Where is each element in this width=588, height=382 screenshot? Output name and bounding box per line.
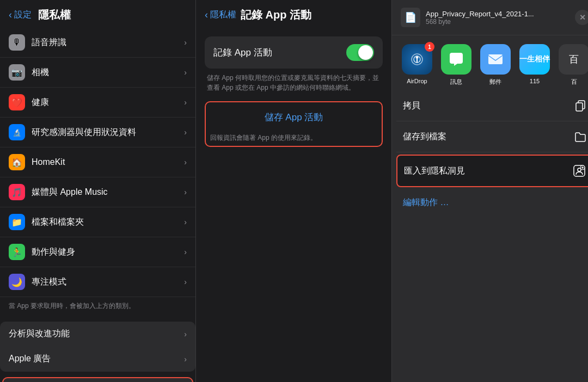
left-title: 隱私權 (38, 8, 71, 22)
nav-item-record-app[interactable]: 記錄 App 活動 › (2, 377, 193, 382)
nav-label-ads: Apple 廣告 (9, 353, 184, 365)
svg-rect-6 (576, 103, 583, 111)
chevron-files: › (184, 218, 187, 226)
airdrop-badge: 1 (425, 42, 434, 52)
chevron-media: › (184, 188, 187, 196)
nav-section: 分析與改進功能 › Apple 廣告 › (0, 322, 195, 372)
edit-actions[interactable]: 編輯動作 … (396, 189, 588, 216)
save-button-container: 儲存 App 活動 回報資訊會隨著 App 的使用來記錄。 (205, 101, 383, 147)
toggle-switch[interactable] (346, 44, 374, 61)
middle-content: 記錄 App 活動 儲存 App 何時取用您的位置或麥克風等資料的七天摘要，並查… (196, 28, 391, 156)
camera-icon: 📷 (9, 64, 25, 81)
chevron-analytics: › (184, 330, 187, 338)
action-copy[interactable]: 拷貝 (396, 90, 588, 121)
nav-note: 當 App 要求取用時，會被加入上方的類別。 (0, 297, 195, 317)
nav-label-media: 媒體與 Apple Music (32, 187, 184, 198)
action-copy-label: 拷貝 (403, 100, 420, 112)
nav-item-homekit[interactable]: 🏠 HomeKit › (0, 147, 195, 177)
motion-icon: 🏃 (9, 244, 25, 260)
share-header: 📄 App_Privacy_Report_v4_2021-1... 568 by… (392, 0, 588, 35)
nav-label-voice: 語音辨識 (32, 37, 184, 48)
nav-item-ads[interactable]: Apple 廣告 › (0, 347, 195, 372)
toggle-label: 記錄 App 活動 (213, 46, 272, 59)
share-app-115[interactable]: 一生相伴 115 (518, 44, 551, 86)
back-chevron-icon: ‹ (9, 9, 12, 21)
mail-label: 郵件 (489, 78, 501, 86)
nav-item-camera[interactable]: 📷 相機 › (0, 58, 195, 88)
chevron-voice: › (184, 38, 187, 47)
middle-header: ‹ 隱私權 記錄 App 活動 (196, 0, 391, 28)
svg-rect-4 (488, 54, 503, 64)
nav-label-analytics: 分析與改進功能 (9, 328, 184, 340)
voice-icon: 🎙 (9, 34, 25, 51)
nav-item-focus[interactable]: 🌙 專注模式 › (0, 267, 195, 297)
chevron-focus: › (184, 278, 187, 286)
nav-list: 🎙 語音辨識 › 📷 相機 › ❤️ 健康 › 🔬 研究感測器與使用狀況資料 ›… (0, 28, 195, 382)
action-save-files[interactable]: 儲存到檔案 (396, 121, 588, 152)
share-app-airdrop[interactable]: 1 AirDrop (401, 44, 433, 86)
left-header: ‹ 設定 隱私權 (0, 0, 195, 28)
file-type-icon: 📄 (401, 8, 420, 27)
airdrop-label: AirDrop (407, 78, 427, 84)
nav-item-voice[interactable]: 🎙 語音辨識 › (0, 28, 195, 58)
extra-label: 百 (571, 78, 577, 86)
app115-label: 115 (530, 78, 540, 84)
middle-back-chevron-icon: ‹ (205, 9, 208, 21)
nav-item-analytics[interactable]: 分析與改進功能 › (0, 322, 195, 347)
share-app-messages[interactable]: 訊息 (440, 44, 473, 86)
nav-item-research[interactable]: 🔬 研究感測器與使用狀況資料 › (0, 118, 195, 147)
messages-app-icon (441, 44, 471, 75)
nav-item-motion[interactable]: 🏃 動作與健身 › (0, 237, 195, 267)
nav-label-motion: 動作與健身 (32, 247, 184, 258)
share-apps-row: 1 AirDrop 訊息 郵件 一生 (392, 35, 588, 90)
nav-label-homekit: HomeKit (32, 157, 184, 167)
share-app-mail[interactable]: 郵件 (479, 44, 512, 86)
nav-item-files[interactable]: 📁 檔案和檔案夾 › (0, 207, 195, 237)
nav-item-health[interactable]: ❤️ 健康 › (0, 88, 195, 118)
nav-item-media[interactable]: 🎵 媒體與 Apple Music › (0, 177, 195, 207)
left-panel: ‹ 設定 隱私權 🎙 語音辨識 › 📷 相機 › ❤️ 健康 › 🔬 研究感測器… (0, 0, 196, 382)
chevron-homekit: › (184, 158, 187, 167)
close-button[interactable]: ✕ (575, 10, 588, 25)
action-import-privacy-label: 匯入到隱私洞見 (404, 165, 465, 177)
middle-back-label: 隱私權 (210, 9, 236, 21)
nav-label-files: 檔案和檔案夾 (32, 217, 184, 228)
mail-app-icon (480, 44, 511, 75)
app115-app-icon: 一生相伴 (519, 44, 550, 75)
action-import-privacy[interactable]: 匯入到隱私洞見 (396, 155, 588, 187)
toggle-row[interactable]: 記錄 App 活動 (205, 36, 383, 69)
save-app-activity-button[interactable]: 儲存 App 活動 (208, 104, 379, 130)
chevron-ads: › (184, 355, 187, 363)
share-app-extra[interactable]: 百 百 (558, 44, 588, 86)
health-icon: ❤️ (9, 94, 25, 110)
nav-label-focus: 專注模式 (32, 276, 184, 288)
copy-icon (573, 98, 588, 113)
nav-label-research: 研究感測器與使用狀況資料 (32, 127, 184, 138)
airdrop-app-icon: 1 (402, 44, 432, 75)
file-details: App_Privacy_Report_v4_2021-1... 568 byte (426, 10, 534, 26)
back-label: 設定 (14, 9, 32, 21)
research-icon: 🔬 (9, 124, 25, 140)
chevron-motion: › (184, 248, 187, 256)
right-panel: 📄 App_Privacy_Report_v4_2021-1... 568 by… (392, 0, 588, 382)
import-privacy-icon (572, 163, 587, 178)
file-info: 📄 App_Privacy_Report_v4_2021-1... 568 by… (401, 8, 534, 27)
file-size: 568 byte (426, 18, 534, 26)
save-description: 回報資訊會隨著 App 的使用來記錄。 (208, 130, 379, 144)
toggle-section: 記錄 App 活動 儲存 App 何時取用您的位置或麥克風等資料的七天摘要，並查… (205, 36, 383, 93)
back-button[interactable]: ‹ 設定 (9, 9, 32, 21)
middle-back-button[interactable]: ‹ 隱私權 (205, 9, 236, 21)
chevron-health: › (184, 98, 187, 107)
focus-icon: 🌙 (9, 274, 25, 290)
chevron-research: › (184, 128, 187, 137)
toggle-description: 儲存 App 何時取用您的位置或麥克風等資料的七天摘要，並查看 App 或您在 … (205, 73, 383, 93)
save-files-icon (573, 129, 588, 144)
file-name: App_Privacy_Report_v4_2021-1... (426, 10, 534, 18)
action-save-files-label: 儲存到檔案 (403, 131, 446, 143)
chevron-camera: › (184, 68, 187, 77)
middle-title: 記錄 App 活動 (241, 8, 311, 22)
middle-panel: ‹ 隱私權 記錄 App 活動 記錄 App 活動 儲存 App 何時取用您的位… (196, 0, 392, 382)
nav-label-health: 健康 (32, 97, 184, 108)
nav-label-camera: 相機 (32, 67, 184, 78)
extra-app-icon: 百 (559, 44, 588, 75)
